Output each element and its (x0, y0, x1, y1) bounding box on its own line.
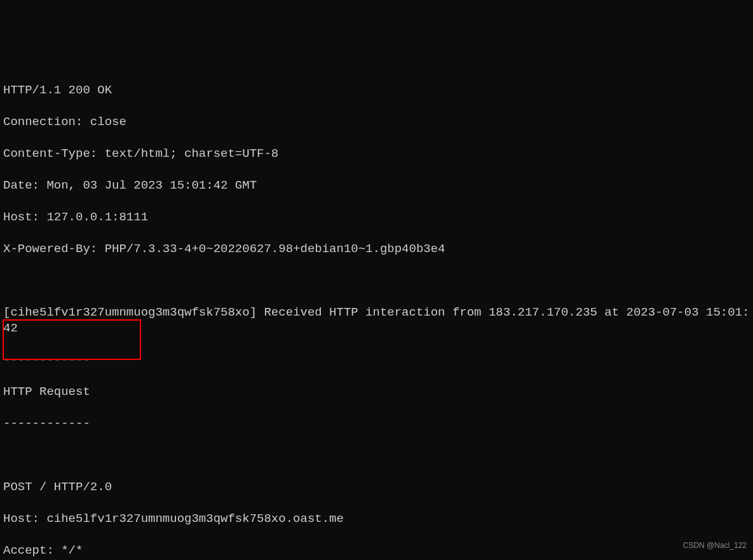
response-date: Date: Mon, 03 Jul 2023 15:01:42 GMT (3, 178, 750, 194)
divider: ------------ (3, 416, 750, 432)
response-connection: Connection: close (3, 114, 750, 130)
response-host: Host: 127.0.0.1:8111 (3, 210, 750, 225)
blank-line (3, 448, 750, 463)
response-content-type: Content-Type: text/html; charset=UTF-8 (3, 146, 750, 162)
request-host: Host: cihe5lfv1r327umnmuog3m3qwfsk758xo.… (3, 511, 750, 527)
divider: ------------ (3, 352, 750, 368)
response-status-line: HTTP/1.1 200 OK (3, 83, 750, 98)
watermark: CSDN @Nacl_122 (683, 538, 747, 554)
request-method-line: POST / HTTP/2.0 (3, 479, 750, 495)
request-accept: Accept: */* (3, 543, 750, 559)
response-x-powered-by: X-Powered-By: PHP/7.3.33-4+0~20220627.98… (3, 241, 750, 257)
terminal-output: HTTP/1.1 200 OK Connection: close Conten… (3, 67, 750, 560)
interaction-log: [cihe5lfv1r327umnmuog3m3qwfsk758xo] Rece… (3, 305, 750, 337)
blank-line (3, 273, 750, 289)
http-request-label: HTTP Request (3, 384, 750, 400)
